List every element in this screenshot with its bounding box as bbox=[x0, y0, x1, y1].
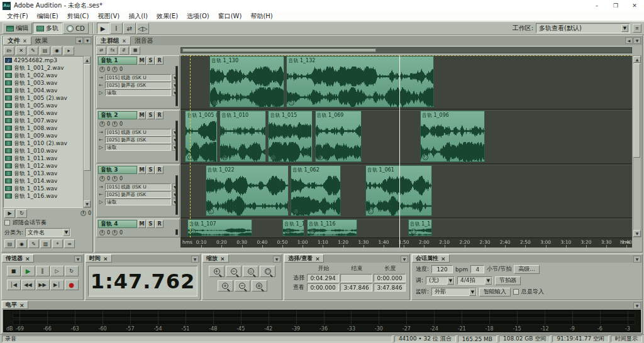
smart-input-button[interactable]: 智能输入 bbox=[479, 288, 511, 297]
audio-clip[interactable]: 音轨 1_015↻ bbox=[268, 111, 313, 162]
playhead[interactable] bbox=[399, 55, 400, 248]
audio-clip[interactable]: 音轨 1_130↻ bbox=[209, 56, 284, 107]
move-clip-tool[interactable]: ⇄ bbox=[123, 23, 136, 34]
record-arm-button[interactable]: R bbox=[155, 220, 164, 228]
follow-session-checkbox[interactable] bbox=[4, 220, 10, 226]
pan-knob[interactable] bbox=[112, 176, 118, 182]
menu-item-1[interactable]: 编辑(E) bbox=[33, 12, 63, 21]
tab-scroll-left-icon[interactable]: ◀ bbox=[625, 37, 633, 44]
file-list-scrollbar[interactable]: ▲ ▼ bbox=[83, 56, 91, 208]
insert-into-cd-button[interactable]: ◉ bbox=[16, 239, 27, 248]
play-from-cursor-button[interactable]: ▷ bbox=[50, 266, 64, 276]
full-paths-toggle-button[interactable]: ▥ bbox=[40, 239, 51, 248]
audio-clip[interactable]: 音轨 1_096↻ bbox=[420, 111, 485, 162]
edit-file-button[interactable]: ✎ bbox=[28, 239, 39, 248]
audio-clip[interactable]: 音轨 1_115↻ bbox=[282, 219, 304, 236]
toggle-inout-button[interactable]: ⇄ bbox=[96, 46, 106, 55]
workspace-menu-button[interactable]: ≡ bbox=[633, 24, 641, 33]
output-select[interactable]: [02S] 扬声器 (ISK bbox=[105, 191, 171, 198]
close-icon[interactable]: × bbox=[103, 256, 108, 262]
file-list-item[interactable]: 音轨 1_010.wav bbox=[4, 147, 84, 155]
edit-view-button[interactable]: 编辑 bbox=[3, 23, 32, 34]
file-list-item[interactable]: 音轨 1_009.wav bbox=[4, 132, 84, 139]
zoom-panel-tab[interactable]: 缩放× bbox=[203, 254, 229, 263]
mute-button[interactable]: M bbox=[138, 220, 146, 228]
level-meter[interactable]: dB -69-66-63-60-57-54-51-48-45-42-39-36-… bbox=[3, 310, 641, 332]
record-arm-button[interactable]: R bbox=[155, 166, 164, 174]
options-toggle-button[interactable]: ▸ bbox=[64, 46, 74, 55]
mute-button[interactable]: M bbox=[138, 111, 146, 119]
trim-button[interactable]: ⌖ bbox=[52, 239, 63, 248]
menu-item-6[interactable]: 选项(O) bbox=[182, 12, 214, 21]
monitor-select[interactable]: 外部▼ bbox=[431, 288, 477, 296]
menu-item-3[interactable]: 视图(V) bbox=[93, 12, 124, 21]
chevron-down-icon[interactable]: ▼ bbox=[621, 24, 628, 32]
preview-loop-button[interactable]: ↻ bbox=[16, 209, 27, 218]
fast-forward-button[interactable]: ▶▶ bbox=[36, 280, 50, 290]
chevron-down-icon[interactable]: ▼ bbox=[447, 277, 454, 285]
close-file-button[interactable]: ✕ bbox=[16, 46, 26, 55]
tab-files[interactable]: 文件× bbox=[3, 36, 31, 45]
close-icon[interactable]: × bbox=[19, 302, 25, 308]
file-list-item[interactable]: 音轨 1_002.wav bbox=[4, 72, 84, 79]
menu-item-7[interactable]: 窗口(W) bbox=[214, 12, 247, 21]
transport-panel-tab[interactable]: 传送器× bbox=[2, 254, 34, 263]
tab-scroll-left-icon[interactable]: ◀ bbox=[75, 37, 83, 44]
volume-knob[interactable] bbox=[99, 67, 105, 72]
audio-clip[interactable]: 音轨 1_107↻ bbox=[187, 219, 252, 236]
file-list-item[interactable]: 音轨 1_011.wav bbox=[4, 155, 84, 162]
menu-item-0[interactable]: 文件(F) bbox=[3, 12, 33, 21]
track-name-button[interactable]: 音轨 4 bbox=[98, 220, 137, 228]
file-list-item[interactable]: 音轨 1_016.wav bbox=[4, 192, 84, 200]
scroll-down-icon[interactable]: ▼ bbox=[84, 200, 91, 207]
track-name-button[interactable]: 音轨 3 bbox=[98, 166, 137, 174]
import-file-button[interactable]: 🗁 bbox=[4, 46, 14, 55]
volume-knob[interactable] bbox=[99, 230, 105, 236]
panel-menu-button[interactable]: ▼ bbox=[273, 256, 280, 263]
solo-button[interactable]: S bbox=[147, 111, 155, 119]
scroll-up-icon[interactable]: ▲ bbox=[633, 56, 641, 63]
key-select[interactable]: (无)▼ bbox=[426, 276, 455, 285]
menu-item-5[interactable]: 效果(E) bbox=[152, 12, 182, 21]
loop-play-button[interactable]: ↻ bbox=[65, 266, 79, 276]
selection-view-panel-tab[interactable]: 选择/查看× bbox=[284, 254, 324, 263]
workspace-select[interactable]: 多轨查看(默认) ▼ bbox=[536, 23, 630, 33]
panel-menu-button[interactable]: ▼ bbox=[401, 256, 408, 263]
menu-item-4[interactable]: 插入(I) bbox=[124, 12, 152, 21]
zoom-reset-vertical-button[interactable]: ≡ bbox=[252, 280, 267, 291]
file-list-item[interactable]: 音轨 1_008.wav bbox=[4, 124, 84, 132]
tempo-field[interactable]: 120 bbox=[431, 265, 453, 273]
file-list-item[interactable]: 音轨 1_007.wav bbox=[4, 117, 84, 124]
solo-button[interactable]: S bbox=[147, 166, 155, 174]
record-arm-button[interactable]: R bbox=[155, 111, 164, 119]
cd-view-button[interactable]: CD bbox=[63, 23, 89, 34]
advanced-button[interactable]: 高级... bbox=[514, 265, 540, 274]
levels-panel-tab[interactable]: 电平× bbox=[2, 301, 28, 309]
rewind-button[interactable]: ◀◀ bbox=[21, 280, 35, 290]
audio-clip[interactable]: 音轨 1_116↻ bbox=[307, 219, 358, 236]
record-button[interactable]: ● bbox=[65, 280, 79, 290]
stop-button[interactable]: ■ bbox=[7, 266, 21, 276]
always-import-checkbox[interactable] bbox=[513, 289, 519, 295]
close-button[interactable]: ✕ bbox=[625, 0, 644, 11]
time-value-field[interactable] bbox=[340, 274, 372, 282]
track-name-button[interactable]: 音轨 2 bbox=[98, 111, 137, 119]
beats-per-bar-field[interactable]: 4 bbox=[470, 265, 484, 273]
chevron-down-icon[interactable]: ▼ bbox=[63, 229, 70, 236]
file-list-item[interactable]: 音轨 1_015.wav bbox=[4, 185, 84, 192]
hybrid-tool[interactable]: ▶ bbox=[97, 23, 109, 34]
volume-knob[interactable] bbox=[99, 176, 105, 182]
pan-zoom-handle[interactable] bbox=[182, 48, 376, 52]
audio-clip[interactable]: 音轨 1_1↻ bbox=[408, 219, 433, 236]
file-list-item[interactable]: 音轨 1_012.wav bbox=[4, 162, 84, 170]
options-button[interactable]: ≡ bbox=[64, 239, 75, 248]
file-list-item[interactable]: 音轨 1_005.wav bbox=[4, 102, 84, 109]
audio-clip[interactable]: 音轨 1_062↻ bbox=[291, 165, 341, 216]
close-icon[interactable]: × bbox=[23, 38, 27, 44]
insert-cd-button[interactable]: ◉ bbox=[52, 46, 62, 55]
zoom-in-horizontal-button[interactable]: + bbox=[209, 266, 225, 277]
scroll-up-icon[interactable]: ▲ bbox=[84, 57, 91, 63]
mute-button[interactable]: M bbox=[138, 57, 146, 65]
file-list-item[interactable]: 音轨 1_006.wav bbox=[4, 109, 84, 117]
scroll-thumb[interactable] bbox=[84, 64, 91, 171]
